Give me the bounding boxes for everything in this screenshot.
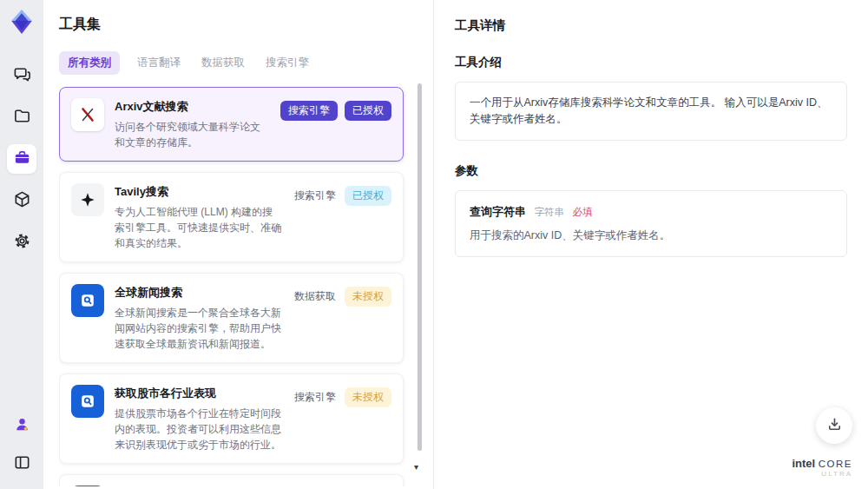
param-row: 查询字符串 字符串 必填 用于搜索的Arxiv ID、关键字或作者姓名。 <box>470 203 832 245</box>
tool-list-pane: 工具集 所有类别语言翻译数据获取搜索引擎 <box>43 0 434 489</box>
tool-badges: 搜索引擎 已授权 <box>293 183 391 206</box>
tool-name: 全球新闻搜索 <box>115 285 282 301</box>
intro-box: 一个用于从Arxiv存储库搜索科学论文和文章的工具。 输入可以是Arxiv ID… <box>455 82 847 141</box>
sidebar-item-files[interactable] <box>7 102 36 132</box>
tool-text: 获取市场最活跃股票信息 提供当天交易量最高的股票列表，投资者可以利用这些信息来识… <box>115 486 282 486</box>
param-name: 查询字符串 <box>470 205 526 218</box>
sidebar-item-tools[interactable] <box>7 144 36 174</box>
auth-status-badge: 已授权 <box>345 101 391 121</box>
sidebar-item-models[interactable] <box>7 186 36 215</box>
download-icon <box>826 416 843 435</box>
tool-name: Tavily搜索 <box>115 184 282 200</box>
app-logo-icon <box>9 9 35 35</box>
list-scrollbar[interactable]: ▾ <box>418 83 422 473</box>
category-badge: 搜索引擎 <box>280 101 338 121</box>
rail-bottom <box>7 411 36 479</box>
tab-0[interactable]: 所有类别 <box>59 51 120 75</box>
tool-icon <box>71 284 104 317</box>
param-required-badge: 必填 <box>572 207 592 217</box>
user-icon <box>13 415 31 436</box>
auth-status-badge: 未授权 <box>345 387 391 407</box>
arxiv-logo-icon <box>71 98 104 131</box>
search-app-icon <box>71 486 104 486</box>
detail-title: 工具详情 <box>455 17 847 34</box>
tool-card[interactable]: 获取股市各行业表现 提供股票市场各个行业在特定时间段内的表现。投资者可以利用这些… <box>59 373 404 464</box>
tool-badges: 搜索引擎 未授权 <box>293 486 391 486</box>
tool-description: 提供股票市场各个行业在特定时间段内的表现。投资者可以利用这些信息来识别表现优于或… <box>115 406 282 453</box>
tool-card[interactable]: 获取市场最活跃股票信息 提供当天交易量最高的股票列表，投资者可以利用这些信息来识… <box>59 474 404 486</box>
rail-nav <box>7 61 36 257</box>
category-badge: 搜索引擎 <box>293 387 338 407</box>
tavily-star-icon <box>71 183 104 216</box>
tool-detail-pane: 工具详情 工具介绍 一个用于从Arxiv存储库搜索科学论文和文章的工具。 输入可… <box>434 0 868 489</box>
app-window: 工具集 所有类别语言翻译数据获取搜索引擎 <box>0 0 868 489</box>
auth-status-badge: 已授权 <box>345 186 391 206</box>
download-button[interactable] <box>816 407 852 444</box>
tool-badges: 搜索引擎 已授权 <box>280 98 391 121</box>
brand-core: CORE <box>819 459 852 469</box>
intro-heading: 工具介绍 <box>455 55 847 70</box>
gear-icon <box>13 232 31 253</box>
intel-core-logo: intel CORE ULTRA <box>792 457 852 479</box>
icon-rail <box>0 0 43 489</box>
folder-icon <box>13 107 31 128</box>
tool-icon <box>71 183 104 216</box>
tool-description: 专为人工智能代理 (LLM) 构建的搜索引擎工具。可快速提供实时、准确和真实的结… <box>115 204 282 251</box>
main-content: 工具集 所有类别语言翻译数据获取搜索引擎 <box>43 0 868 489</box>
sidebar-item-collapse[interactable] <box>7 449 36 479</box>
scroll-down-arrow-icon[interactable]: ▾ <box>414 463 418 472</box>
tool-description: 全球新闻搜索是一个聚合全球各大新闻网站内容的搜索引擎，帮助用户快速获取全球最新资… <box>115 305 282 352</box>
sidebar-item-settings[interactable] <box>7 228 36 257</box>
tool-text: Arxiv文献搜索 访问各个研究领域大量科学论文和文章的存储库。 <box>115 98 270 150</box>
search-app-icon <box>71 385 104 418</box>
briefcase-icon <box>13 149 31 169</box>
tool-name: Arxiv文献搜索 <box>115 99 270 115</box>
category-badge: 数据获取 <box>293 287 338 307</box>
params-heading: 参数 <box>455 163 847 179</box>
brand-intel: intel <box>792 457 815 470</box>
tool-card[interactable]: Tavily搜索 专为人工智能代理 (LLM) 构建的搜索引擎工具。可快速提供实… <box>59 172 404 262</box>
tool-text: 获取股市各行业表现 提供股票市场各个行业在特定时间段内的表现。投资者可以利用这些… <box>115 385 282 453</box>
params-box: 查询字符串 字符串 必填 用于搜索的Arxiv ID、关键字或作者姓名。 <box>455 190 847 258</box>
tool-text: Tavily搜索 专为人工智能代理 (LLM) 构建的搜索引擎工具。可快速提供实… <box>115 183 282 251</box>
category-tabs: 所有类别语言翻译数据获取搜索引擎 <box>59 51 433 75</box>
tool-badges: 数据获取 未授权 <box>293 284 391 307</box>
tool-icon <box>71 385 104 418</box>
tool-card[interactable]: Arxiv文献搜索 访问各个研究领域大量科学论文和文章的存储库。 搜索引擎 已授… <box>59 87 404 162</box>
tab-1[interactable]: 语言翻译 <box>134 51 184 75</box>
tool-badges: 搜索引擎 未授权 <box>293 385 391 407</box>
param-type: 字符串 <box>534 207 564 217</box>
tab-3[interactable]: 搜索引擎 <box>262 51 312 75</box>
page-title: 工具集 <box>59 16 433 34</box>
tool-card[interactable]: 全球新闻搜索 全球新闻搜索是一个聚合全球各大新闻网站内容的搜索引擎，帮助用户快速… <box>59 273 404 363</box>
category-badge: 搜索引擎 <box>293 186 338 206</box>
tool-icon <box>71 98 104 131</box>
tool-icon <box>71 486 104 486</box>
scrollbar-thumb[interactable] <box>418 83 422 451</box>
sidebar-item-user[interactable] <box>7 411 36 440</box>
tool-list: Arxiv文献搜索 访问各个研究领域大量科学论文和文章的存储库。 搜索引擎 已授… <box>59 87 433 486</box>
cube-icon <box>13 190 31 211</box>
tool-name: 获取股市各行业表现 <box>115 386 282 401</box>
search-app-icon <box>71 284 104 317</box>
chat-icon <box>13 65 31 86</box>
tab-2[interactable]: 数据获取 <box>198 51 248 75</box>
auth-status-badge: 未授权 <box>345 287 391 307</box>
param-description: 用于搜索的Arxiv ID、关键字或作者姓名。 <box>470 228 832 244</box>
tool-text: 全球新闻搜索 全球新闻搜索是一个聚合全球各大新闻网站内容的搜索引擎，帮助用户快速… <box>115 284 282 352</box>
tool-description: 访问各个研究领域大量科学论文和文章的存储库。 <box>115 119 270 150</box>
layout-panel-icon <box>13 453 31 474</box>
brand-ultra: ULTRA <box>792 470 852 479</box>
sidebar-item-chat[interactable] <box>7 61 36 90</box>
